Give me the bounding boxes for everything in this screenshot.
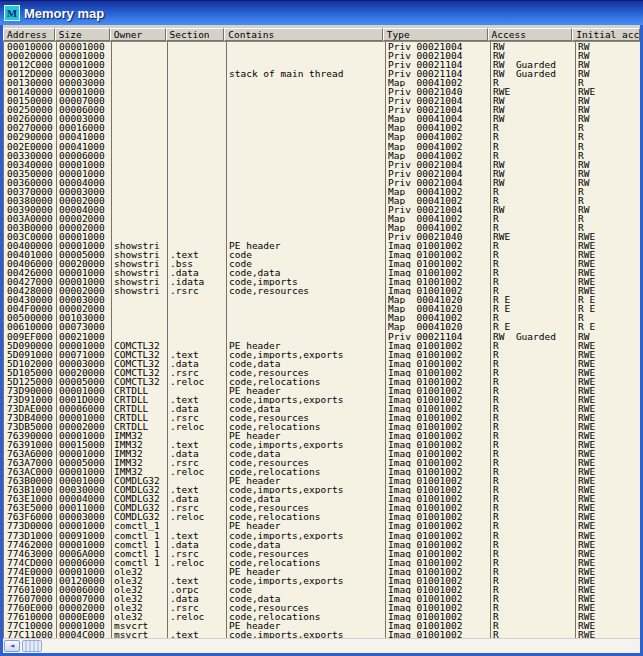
table-row[interactable]: 0042600000001000showstri.datacode,dataIm… [4,268,640,277]
column-header-type[interactable]: Type [383,28,488,41]
table-row[interactable]: 003A000000002000Map 00041002RR [4,214,640,223]
table-row[interactable]: 73D9000000001000CRTDLLPE headerImag 0100… [4,386,640,395]
table-row[interactable]: 0026000000003000Map 00041004RWRW [4,114,640,123]
table-row[interactable]: 773D100000091000comctl_1.textcode,import… [4,531,640,540]
cell-type: Map 00041002 [385,151,490,160]
column-header-size[interactable]: Size [55,28,110,41]
cell-type: Imag 01001002 [385,540,490,549]
table-row[interactable]: 7760700000007000ole32.datacode,dataImag … [4,594,640,603]
scrollbar-thumb[interactable] [22,640,42,652]
table-row[interactable]: 0037000000003000Map 00041002RR [4,187,640,196]
cell-address: 5D105000 [4,368,56,377]
cell-owner [111,160,167,169]
cell-address: 00020000 [4,51,56,60]
table-row[interactable]: 77C110000004C000msvcrt.textcode,imports,… [4,630,640,638]
cell-size: 00071000 [56,350,111,359]
table-row[interactable]: 0043000000003000Map 00041020R ER E [4,295,640,304]
table-row[interactable]: 0040100000005000showstri.textcodeImag 01… [4,250,640,259]
column-header-section[interactable]: Section [166,28,225,41]
table-row[interactable]: 763AC00000001000IMM32.reloccode,relocati… [4,467,640,476]
table-row[interactable]: 763A600000001000IMM32.datacode,dataImag … [4,449,640,458]
table-row[interactable]: 5D12500000005000COMCTL32.reloccode,reloc… [4,377,640,386]
table-row[interactable]: 5D09000000001000COMCTL32PE headerImag 01… [4,341,640,350]
table-row[interactable]: 009EF00000021000Priv 00021104RW GuardedR… [4,332,640,341]
table-row[interactable]: 0042800000002000showstri.rsrccode,resour… [4,286,640,295]
table-row[interactable]: 0034000000001000Priv 00021004RWRW [4,160,640,169]
table-row[interactable]: 004F000000002000Map 00041020R ER E [4,304,640,313]
table-row[interactable]: 003C000000001000Priv 00021040RWERWE [4,232,640,241]
table-row[interactable]: 0025000000006000Priv 00021004RWRW [4,105,640,114]
table-row[interactable]: 773D000000001000comctl_1PE headerImag 01… [4,521,640,530]
table-row[interactable]: 77C1000000001000msvcrtPE headerImag 0100… [4,621,640,630]
table-row[interactable]: 7746200000001000comctl_1.datacode,dataIm… [4,540,640,549]
table-row[interactable]: 7639000000001000IMM32PE headerImag 01001… [4,431,640,440]
table-row[interactable]: 73DB400000001000CRTDLL.rsrccode,resource… [4,413,640,422]
column-header-owner[interactable]: Owner [110,28,166,41]
table-row[interactable]: 0001000000001000Priv 00021004RWRW [4,42,640,51]
table-row[interactable]: 0040000000001000showstriPE headerImag 01… [4,241,640,250]
table-row[interactable]: 73D910000001D000CRTDLL.textcode,imports,… [4,395,640,404]
cell-section: .reloc [167,512,226,521]
table-row[interactable]: 763B100000030000COMDLG32.textcode,import… [4,485,640,494]
cell-section: .rsrc [167,549,226,558]
table-row[interactable]: 776100000000E000ole32.reloccode,relocati… [4,612,640,621]
table-row[interactable]: 763E500000011000COMDLG32.rsrccode,resour… [4,503,640,512]
table-row[interactable]: 774E100000120000ole32.textcode,imports,e… [4,576,640,585]
column-header-address[interactable]: Address [3,28,55,41]
titlebar[interactable]: M Memory map [0,1,643,25]
column-header-contains[interactable]: Contains [224,28,383,41]
cell-size: 00015000 [56,440,111,449]
table-row[interactable]: 0013000000003000Map 00041002RR [4,78,640,87]
cell-size: 00120000 [56,576,111,585]
table-row[interactable]: 763B000000001000COMDLG32PE headerImag 01… [4,476,640,485]
table-row[interactable]: 7639100000015000IMM32.textcode,imports,e… [4,440,640,449]
table-row[interactable]: 73DAE00000006000CRTDLL.datacode,dataImag… [4,404,640,413]
cell-access: R E [490,322,575,331]
table-row[interactable]: 7760100000006000ole32.orpccodeImag 01001… [4,585,640,594]
table-row[interactable]: 0027000000016000Map 00041002RR [4,123,640,132]
table-row[interactable]: 0014000000001000Priv 00021040RWERWE [4,87,640,96]
table-row[interactable]: 0061000000073000Map 00041020R ER E [4,322,640,331]
horizontal-scrollbar[interactable]: ◄ [3,638,640,653]
table-row[interactable]: 774E000000001000ole32PE headerImag 01001… [4,567,640,576]
table-row[interactable]: 774630000006A000comctl_1.rsrccode,resour… [4,549,640,558]
table-row[interactable]: 73DB500000002000CRTDLL.reloccode,relocat… [4,422,640,431]
table-row[interactable]: 0002000000001000Priv 00021004RWRW [4,51,640,60]
table-row[interactable]: 0015000000007000Priv 00021004RWRW [4,96,640,105]
table-row[interactable]: 0042700000001000showstri.idatacode,impor… [4,277,640,286]
table-row[interactable]: 0040600000020000showstri.bsscodeImag 010… [4,259,640,268]
table-row[interactable]: 5D10500000020000COMCTL32.rsrccode,resour… [4,368,640,377]
cell-owner [111,151,167,160]
column-header-initial_access[interactable]: Initial acc [572,28,640,41]
table-row[interactable]: 0050000000103000Map 00041002RR [4,313,640,322]
table-row[interactable]: 0035000000001000Priv 00021004RWRW [4,169,640,178]
cell-address: 00350000 [4,169,56,178]
table-row[interactable]: 0039000000004000Priv 00021004RWRW [4,205,640,214]
table-row[interactable]: 5D09100000071000COMCTL32.textcode,import… [4,350,640,359]
cell-initial_access: RWE [575,268,640,277]
table-row[interactable]: 763E100000004000COMDLG32.datacode,dataIm… [4,494,640,503]
table-row[interactable]: 002E000000041000Map 00041002RR [4,142,640,151]
cell-size: 00007000 [56,594,111,603]
table-row[interactable]: 7760E00000002000ole32.rsrccode,resources… [4,603,640,612]
table-row[interactable]: 003B000000002000Map 00041002RR [4,223,640,232]
table-row[interactable]: 0012C00000001000Priv 00021104RW GuardedR… [4,60,640,69]
column-header-access[interactable]: Access [488,28,573,41]
memory-table-body[interactable]: 0001000000001000Priv 00021004RWRW0002000… [3,42,640,638]
cell-address: 004F0000 [4,304,56,313]
memory-map-icon[interactable]: M [5,6,19,20]
table-row[interactable]: 0029000000041000Map 00041002RR [4,132,640,141]
table-row[interactable]: 0033000000006000Map 00041002RR [4,151,640,160]
scroll-left-arrow-icon[interactable]: ◄ [4,640,20,652]
table-row[interactable]: 763F600000003000COMDLG32.reloccode,reloc… [4,512,640,521]
table-row[interactable]: 0036000000004000Priv 00021004RWRW [4,178,640,187]
table-row[interactable]: 0038000000002000Map 00041002RR [4,196,640,205]
cell-access: R [490,567,575,576]
table-row[interactable]: 0012D00000003000stack of main threadPriv… [4,69,640,78]
cell-access: RW Guarded [490,69,575,78]
cell-access: RW [490,169,575,178]
table-row[interactable]: 763A700000005000IMM32.rsrccode,resources… [4,458,640,467]
table-row[interactable]: 774CD00000006000comctl_1.reloccode,reloc… [4,558,640,567]
table-row[interactable]: 5D10200000003000COMCTL32.datacode,dataIm… [4,359,640,368]
cell-access: R [490,395,575,404]
